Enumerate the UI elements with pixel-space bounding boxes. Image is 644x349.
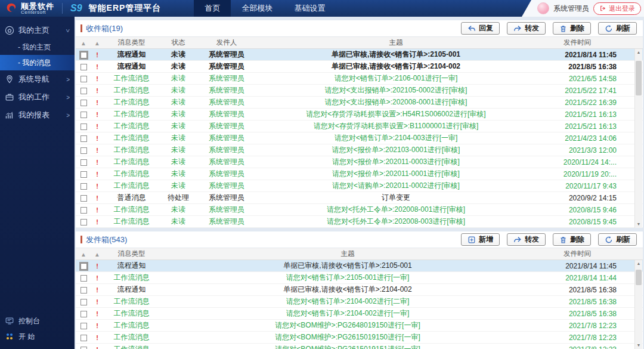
inbox-refresh-button[interactable]: 刷新 bbox=[598, 22, 637, 35]
table-row[interactable]: !流程通知单据已审核,请接收<销售订单>:2105-0012021/8/14 1… bbox=[76, 260, 643, 272]
inbox-scrollbar[interactable]: ▲ ▼ bbox=[634, 49, 642, 228]
row-checkbox[interactable] bbox=[80, 159, 87, 166]
table-row[interactable]: !流程通知单据已审核,请接收<销售订单>:2104-0022021/8/5 16… bbox=[76, 284, 643, 296]
scroll-up-icon[interactable]: ▲ bbox=[637, 49, 641, 56]
table-row[interactable]: !工作流消息未读系统管理员请您对<销售订单>:2104-003进行[一审]202… bbox=[76, 132, 643, 144]
table-row[interactable]: !流程通知未读系统管理员单据已审核,请接收<销售订单>:2105-0012021… bbox=[76, 49, 643, 61]
table-row[interactable]: !工作流消息未读系统管理员请您对<存货浮动耗损率设置>:B11000001进行[… bbox=[76, 121, 643, 132]
sidebar-item-我的工作[interactable]: 我的工作> bbox=[0, 88, 75, 106]
table-row[interactable]: !工作流消息未读系统管理员请您对<销售订单>:2106-001进行[一审]202… bbox=[76, 73, 643, 85]
col-subject[interactable]: 主题 bbox=[160, 249, 535, 258]
cell-status: 未读 bbox=[160, 97, 197, 107]
row-checkbox[interactable] bbox=[80, 219, 87, 226]
row-checkbox[interactable] bbox=[80, 195, 87, 202]
table-row[interactable]: !工作流消息未读系统管理员请您对<支出报销单>:202105-0002进行[审核… bbox=[76, 85, 643, 97]
row-checkbox[interactable] bbox=[80, 100, 87, 106]
sidebar-item-我的主页[interactable]: 我的主页> bbox=[0, 21, 75, 39]
outbox-scrollbar[interactable]: ▲ ▼ bbox=[634, 260, 642, 349]
scroll-down-icon[interactable]: ▼ bbox=[637, 221, 641, 228]
cell-type: 工作流消息 bbox=[103, 308, 160, 319]
outbox-forward-button[interactable]: 转发 bbox=[507, 233, 546, 246]
table-row[interactable]: !工作流消息请您对<销售订单>:2104-002进行[一审]2021/8/5 1… bbox=[76, 308, 643, 320]
row-checkbox[interactable] bbox=[80, 64, 87, 70]
col-time[interactable]: 发件时间 bbox=[535, 38, 619, 47]
priority-flag-icon: ! bbox=[91, 99, 103, 106]
row-checkbox[interactable] bbox=[80, 88, 87, 94]
table-row[interactable]: !工作流消息未读系统管理员请您对<托外工令单>:202008-003进行[审核]… bbox=[76, 216, 643, 228]
row-checkbox[interactable] bbox=[80, 171, 87, 178]
row-checkbox[interactable] bbox=[80, 76, 87, 82]
row-checkbox[interactable] bbox=[80, 52, 87, 58]
col-type[interactable]: 消息类型 bbox=[103, 249, 160, 258]
row-checkbox[interactable] bbox=[80, 311, 87, 317]
table-row[interactable]: !工作流消息未读系统管理员请您对<托外工令单>:202008-001进行[审核]… bbox=[76, 204, 643, 216]
scroll-down-icon[interactable]: ▼ bbox=[637, 342, 641, 349]
inbox-forward-button[interactable]: 转发 bbox=[507, 22, 546, 35]
user-avatar[interactable] bbox=[537, 2, 549, 14]
cell-status: 未读 bbox=[160, 109, 197, 119]
row-checkbox[interactable] bbox=[80, 347, 87, 349]
table-row[interactable]: !工作流消息请您对<销售订单>:2104-002进行[二审]2021/8/5 1… bbox=[76, 296, 643, 308]
row-checkbox[interactable] bbox=[80, 287, 87, 294]
row-checkbox[interactable] bbox=[80, 112, 87, 118]
cell-type: 工作流消息 bbox=[103, 205, 160, 215]
row-checkbox[interactable] bbox=[80, 147, 87, 154]
table-row[interactable]: !工作流消息请您对<销售订单>:2105-001进行[一审]2021/8/14 … bbox=[76, 272, 643, 284]
table-row[interactable]: !工作流消息未读系统管理员请您对<报价单>:202011-0001进行[审核]2… bbox=[76, 168, 643, 180]
nav-tab-基础设置[interactable]: 基础设置 bbox=[283, 0, 336, 17]
table-row[interactable]: !工作流消息未读系统管理员请您对<报价单>:202011-0003进行[审核]2… bbox=[76, 156, 643, 168]
sidebar-item-我的报表[interactable]: 我的报表> bbox=[0, 106, 75, 124]
col-subject[interactable]: 主题 bbox=[256, 38, 535, 47]
col-time[interactable]: 发件时间 bbox=[535, 249, 619, 258]
priority-flag-icon: ! bbox=[91, 346, 103, 349]
sidebar-footer-控制台[interactable]: 控制台 bbox=[0, 313, 75, 329]
cell-subject: 请您对<托外工令单>:202008-001进行[审核] bbox=[256, 205, 535, 215]
nav-tab-全部模块[interactable]: 全部模块 bbox=[231, 0, 283, 17]
table-row[interactable]: !工作流消息请您对<BOM维护>:PG2615019150进行[一审]2021/… bbox=[76, 332, 643, 344]
row-checkbox[interactable] bbox=[80, 323, 87, 329]
sidebar-footer-开始[interactable]: 开 始 bbox=[0, 329, 75, 344]
table-row[interactable]: !流程通知未读系统管理员单据已审核,请接收<销售订单>:2104-0022021… bbox=[76, 61, 643, 73]
cell-time: 2020/9/2 14:15 bbox=[535, 194, 619, 202]
scroll-thumb[interactable] bbox=[636, 270, 642, 285]
cell-time: 2021/8/5 16:38 bbox=[535, 286, 619, 294]
row-checkbox[interactable] bbox=[80, 263, 87, 270]
inbox-reply-button[interactable]: 回复 bbox=[461, 22, 500, 35]
table-row[interactable]: !工作流消息未读系统管理员请您对<支出报销单>:202008-0001进行[审核… bbox=[76, 97, 643, 109]
sort-icon[interactable]: ▴ bbox=[76, 250, 91, 258]
scroll-thumb[interactable] bbox=[636, 61, 642, 95]
outbox-refresh-button[interactable]: 刷新 bbox=[598, 233, 637, 246]
sort-icon[interactable]: ▴ bbox=[91, 250, 103, 258]
col-sender[interactable]: 发件人 bbox=[197, 38, 256, 47]
outbox-trash-button[interactable]: 删除 bbox=[553, 233, 591, 246]
logout-button[interactable]: 退出登录 bbox=[593, 2, 641, 15]
table-row[interactable]: !工作流消息请您对<BOM维护>:PG2615019151进行[一审]2021/… bbox=[76, 344, 643, 349]
col-status[interactable]: 状态 bbox=[160, 38, 197, 47]
table-row[interactable]: !工作流消息未读系统管理员请您对<报价单>:202103-0001进行[审核]2… bbox=[76, 144, 643, 156]
row-checkbox[interactable] bbox=[80, 275, 87, 282]
row-checkbox[interactable] bbox=[80, 207, 87, 214]
table-row[interactable]: !工作流消息未读系统管理员请您对<请购单>:202011-0002进行[审核]2… bbox=[76, 180, 643, 192]
scroll-up-icon[interactable]: ▲ bbox=[637, 260, 641, 267]
cell-time: 2020/11/24 14:... bbox=[535, 158, 619, 166]
row-checkbox[interactable] bbox=[80, 335, 87, 341]
sidebar-subitem-我的消息[interactable]: - 我的消息 bbox=[0, 55, 75, 70]
row-checkbox[interactable] bbox=[80, 123, 87, 130]
outbox-add-button[interactable]: 新增 bbox=[461, 233, 500, 246]
sidebar-item-系统导航[interactable]: 系统导航> bbox=[0, 70, 75, 88]
table-row[interactable]: !工作流消息未读系统管理员请您对<存货浮动耗损率设置>:H54R1S006002… bbox=[76, 109, 643, 121]
cell-type: 工作流消息 bbox=[103, 217, 160, 227]
centersoft-logo-icon bbox=[5, 2, 18, 15]
col-type[interactable]: 消息类型 bbox=[103, 38, 160, 47]
nav-tab-首页[interactable]: 首页 bbox=[194, 0, 231, 17]
cell-type: 流程通知 bbox=[103, 261, 160, 271]
row-checkbox[interactable] bbox=[80, 183, 87, 190]
row-checkbox[interactable] bbox=[80, 299, 87, 305]
inbox-trash-button[interactable]: 删除 bbox=[553, 22, 591, 35]
table-row[interactable]: !工作流消息请您对<BOM维护>:PG2648019150进行[一审]2021/… bbox=[76, 320, 643, 332]
sort-icon[interactable]: ▴ bbox=[91, 39, 103, 47]
sort-icon[interactable]: ▴ bbox=[76, 39, 91, 47]
sidebar-subitem-我的主页[interactable]: - 我的主页 bbox=[0, 39, 75, 55]
table-row[interactable]: !普通消息待处理系统管理员订单变更2020/9/2 14:15 bbox=[76, 192, 643, 204]
row-checkbox[interactable] bbox=[80, 135, 87, 142]
